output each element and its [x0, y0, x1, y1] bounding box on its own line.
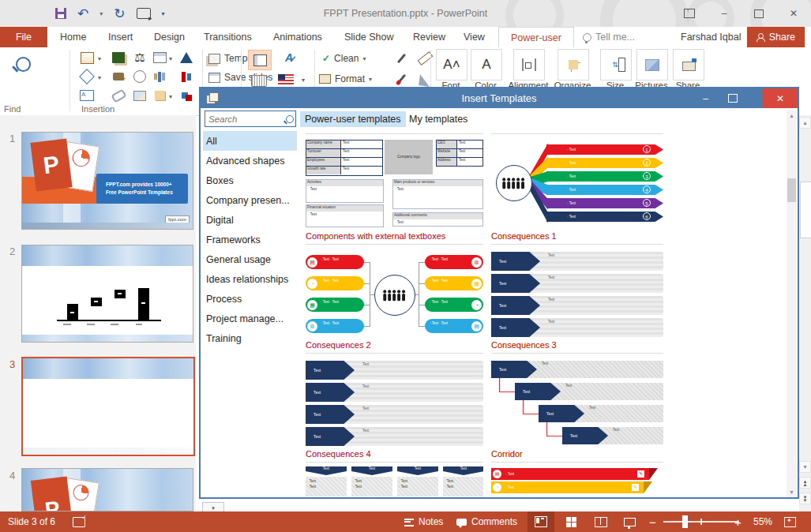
template-item-corridor[interactable]: ▤· Text✎◔· Text✎: [491, 466, 663, 496]
zoom-level[interactable]: 55%: [753, 511, 772, 532]
template-item-consequences-3[interactable]: TextTextTextTextTextTextTextText: [491, 359, 663, 448]
scroll-up-button[interactable]: ▴: [799, 117, 811, 129]
category-general-usage[interactable]: General usage: [203, 249, 297, 269]
picture-icon[interactable]: [132, 88, 148, 103]
share-button[interactable]: Share: [747, 27, 805, 47]
slide-thumbnail-2[interactable]: [21, 245, 193, 343]
main-vertical-scrollbar[interactable]: ▴ ▾ ▴▴ ▾▾: [799, 115, 811, 511]
outline-view-toggle-active[interactable]: [248, 50, 272, 70]
comments-button[interactable]: Comments: [456, 511, 517, 532]
category-training[interactable]: Training: [203, 328, 297, 348]
template-search-box[interactable]: [205, 111, 296, 127]
next-slide-button[interactable]: ▾▾: [799, 493, 811, 504]
dialog-scrollbar[interactable]: ▴ ▾: [787, 111, 797, 497]
shapes-icon[interactable]: [79, 69, 95, 84]
bar-chart-icon[interactable]: [152, 69, 167, 84]
close-button[interactable]: ✕: [776, 0, 811, 27]
pictures-button[interactable]: [636, 49, 668, 81]
sticky-note-dropdown-icon[interactable]: ▾: [169, 93, 172, 100]
template-item-company-profile[interactable]: Company nameText TurnoverText EmployeesT…: [306, 138, 483, 227]
ribbon-display-options-button[interactable]: [672, 0, 707, 27]
tab-insert[interactable]: Insert: [107, 27, 134, 47]
format-button[interactable]: Format ▾: [319, 71, 372, 87]
table-dropdown-icon[interactable]: ▾: [169, 55, 172, 62]
search-input[interactable]: [205, 114, 284, 124]
size-button[interactable]: ⇅: [600, 49, 632, 81]
template-item-consequences-1[interactable]: TextTextTextTextTextTextTextText: [491, 250, 663, 339]
dialog-scrollbar-thumb[interactable]: [787, 178, 796, 202]
clean-dropdown-icon[interactable]: ▾: [362, 55, 366, 62]
dialog-scroll-down[interactable]: ▾: [787, 487, 797, 497]
sticky-note-icon[interactable]: [152, 88, 167, 103]
category-all[interactable]: All: [203, 131, 297, 151]
scroll-down-button[interactable]: ▾: [799, 461, 811, 473]
reading-view-button[interactable]: [588, 511, 614, 532]
dialog-close-button[interactable]: ✕: [763, 88, 798, 108]
spell-check-button[interactable]: [73, 511, 85, 532]
slide-thumbnail-1[interactable]: FPPT.com provides 10000+ Free PowerPoint…: [21, 132, 193, 230]
clean-button[interactable]: ✓ Clean ▾: [322, 51, 366, 66]
scrollbar-thumb[interactable]: [800, 182, 811, 238]
slide-sorter-view-button[interactable]: [558, 511, 584, 532]
find-button[interactable]: [11, 52, 35, 76]
zoom-slider-track[interactable]: [663, 521, 739, 523]
table-icon[interactable]: [152, 50, 167, 66]
keyboard-icon[interactable]: [251, 73, 267, 88]
eyedropper-fill-icon[interactable]: [393, 71, 409, 87]
category-process[interactable]: Process: [203, 289, 297, 309]
hyperlink-icon[interactable]: [111, 88, 126, 103]
tab-power-user[interactable]: Power-user: [498, 27, 574, 48]
template-item-six-arrows[interactable]: · Text1· Text2· Text3· Text4· Text5· Tex…: [491, 138, 663, 227]
slide-indicator[interactable]: Slide 3 of 6: [8, 511, 55, 532]
organize-button[interactable]: [558, 49, 589, 81]
dialog-scroll-up[interactable]: ▴: [787, 111, 797, 121]
category-project-management[interactable]: Project manage...: [203, 309, 297, 328]
screenshot-camera-icon[interactable]: +: [111, 69, 126, 84]
slide-thumbnail-4[interactable]: P: [21, 468, 193, 511]
tab-slide-show[interactable]: Slide Show: [343, 27, 396, 47]
format-dropdown-icon[interactable]: ▾: [369, 76, 372, 83]
dialog-minimize-button[interactable]: –: [694, 88, 717, 108]
shapes-dropdown-icon[interactable]: ▾: [98, 74, 101, 81]
language-flag-icon[interactable]: [278, 71, 294, 87]
template-item-consequences-4[interactable]: Text· Text· TextText· Text· TextText· Te…: [306, 466, 483, 496]
text-box-icon[interactable]: A: [79, 88, 95, 103]
new-slide-icon[interactable]: [79, 50, 95, 66]
scales-icon[interactable]: ⚖: [132, 50, 148, 66]
tell-me-box[interactable]: Tell me...: [583, 27, 635, 47]
zoom-in-button[interactable]: +: [734, 511, 742, 532]
normal-view-button[interactable]: [528, 511, 554, 532]
tab-file[interactable]: File: [0, 27, 47, 47]
slide-thumbnail-3-selected[interactable]: [21, 357, 195, 456]
category-digital[interactable]: Digital: [203, 210, 297, 230]
tab-view[interactable]: View: [462, 27, 486, 47]
tab-design[interactable]: Design: [152, 27, 186, 47]
tab-animations[interactable]: Animations: [272, 27, 324, 47]
maximize-button[interactable]: [742, 0, 776, 27]
notes-button[interactable]: Notes: [404, 511, 443, 532]
fit-slide-button[interactable]: [784, 511, 796, 532]
tab-review[interactable]: Review: [411, 27, 447, 47]
category-company-presentation[interactable]: Company presen...: [203, 190, 297, 210]
duplicate-slide-icon[interactable]: [111, 50, 126, 66]
category-advanced-shapes[interactable]: Advanced shapes: [203, 151, 297, 170]
new-slide-dropdown-icon[interactable]: ▾: [98, 55, 101, 62]
language-dropdown-icon[interactable]: ▾: [302, 77, 305, 84]
color-button[interactable]: A: [471, 49, 502, 81]
template-item-consequences-2[interactable]: TextTextTextTextTextTextTextText: [306, 359, 483, 448]
pyramid-icon[interactable]: [178, 50, 194, 66]
font-button[interactable]: A˄: [436, 49, 467, 81]
category-ideas-relationships[interactable]: Ideas relationships: [203, 269, 297, 289]
zoom-out-button[interactable]: −: [649, 511, 656, 532]
template-item-components[interactable]: ▤· Text · Text⚙· Text · Text◔· Text · Te…: [306, 250, 483, 339]
share-group-button[interactable]: [673, 49, 704, 81]
user-name[interactable]: Farshad Iqbal: [681, 27, 741, 47]
eyedropper-icon[interactable]: [393, 51, 409, 66]
dialog-maximize-button[interactable]: [721, 88, 744, 108]
column-shapes-icon[interactable]: [178, 69, 194, 84]
tab-home[interactable]: Home: [58, 27, 88, 47]
slide-show-button[interactable]: [616, 511, 643, 532]
alignment-button[interactable]: [513, 49, 545, 81]
font-style-icon[interactable]: A̷: [281, 50, 297, 66]
category-frameworks[interactable]: Frameworks: [203, 230, 297, 249]
